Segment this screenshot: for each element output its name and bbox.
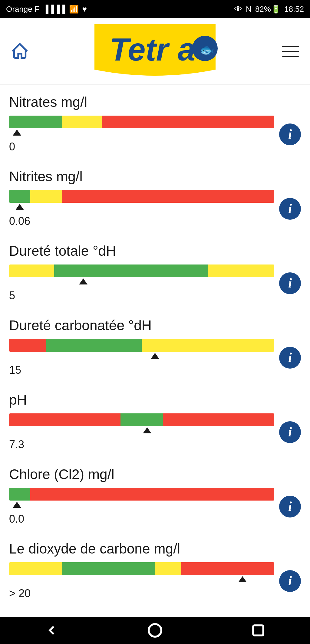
info-button-ph[interactable]: i	[279, 421, 301, 443]
param-section-nitrites: Nitrites mg/l0.06i	[9, 168, 301, 228]
bar-segment-durete-totale-0	[9, 264, 54, 277]
param-title-durete-carbonatee: Dureté carbonatée °dH	[9, 317, 301, 334]
top-nav: Tetr a 🐟	[0, 18, 310, 85]
triangle-co2	[238, 576, 247, 582]
health-icon: ♥	[82, 5, 87, 14]
param-section-durete-totale: Dureté totale °dH5i	[9, 243, 301, 302]
triangle-nitrates	[13, 130, 21, 136]
menu-button[interactable]	[280, 41, 301, 62]
param-section-durete-carbonatee: Dureté carbonatée °dH15i	[9, 317, 301, 376]
indicator-row-durete-carbonatee	[9, 352, 274, 363]
bar-segment-durete-carbonatee-2	[142, 339, 274, 352]
info-button-durete-totale[interactable]: i	[279, 272, 301, 294]
info-button-nitrites[interactable]: i	[279, 198, 301, 220]
value-label-nitrates: 0	[9, 140, 274, 153]
indicator-row-ph	[9, 426, 274, 437]
info-button-chlore[interactable]: i	[279, 496, 301, 518]
value-label-chlore: 0.0	[9, 513, 274, 525]
bar-segment-nitrites-0	[9, 190, 30, 203]
svg-text:🐟: 🐟	[200, 42, 215, 57]
square-icon	[251, 623, 266, 638]
bar-segment-nitrates-2	[102, 116, 274, 128]
bar-segment-chlore-1	[30, 488, 274, 501]
bar-segment-co2-1	[62, 562, 155, 575]
bar-segment-co2-3	[181, 562, 274, 575]
value-label-ph: 7.3	[9, 438, 274, 451]
wifi-icon: 📶	[69, 5, 79, 14]
bar-segment-ph-1	[120, 413, 163, 426]
recents-button[interactable]	[248, 620, 269, 641]
color-bar-nitrites	[9, 190, 274, 203]
carrier-name: Orange F	[6, 5, 39, 14]
param-section-ph: pH7.3i	[9, 392, 301, 451]
color-bar-co2	[9, 562, 274, 575]
back-icon	[44, 623, 59, 638]
home-nav-button[interactable]	[144, 620, 166, 641]
nfc-icon: N	[246, 5, 252, 14]
bar-segment-ph-2	[163, 413, 274, 426]
triangle-durete-totale	[79, 278, 87, 284]
bar-container-chlore: 0.0	[9, 488, 274, 525]
home-button[interactable]	[9, 41, 30, 62]
svg-point-4	[149, 624, 161, 637]
param-title-chlore: Chlore (Cl2) mg/l	[9, 466, 301, 482]
menu-line-2	[282, 51, 299, 52]
back-button[interactable]	[41, 620, 62, 641]
menu-line-3	[282, 56, 299, 57]
bar-segment-nitrates-0	[9, 116, 62, 128]
info-button-nitrates[interactable]: i	[279, 123, 301, 145]
bar-segment-durete-totale-2	[208, 264, 274, 277]
info-button-co2[interactable]: i	[279, 570, 301, 592]
eye-icon: 👁	[234, 5, 242, 14]
info-button-durete-carbonatee[interactable]: i	[279, 347, 301, 369]
bar-row-ph: 7.3i	[9, 413, 301, 451]
menu-line-1	[282, 46, 299, 47]
param-title-durete-totale: Dureté totale °dH	[9, 243, 301, 259]
param-section-co2: Le dioxyde de carbone mg/l> 20i	[9, 540, 301, 600]
bar-segment-ph-0	[9, 413, 120, 426]
bar-container-durete-carbonatee: 15	[9, 339, 274, 376]
bar-segment-durete-carbonatee-1	[46, 339, 142, 352]
status-left: Orange F ▐▐▐▐ 📶 ♥	[6, 5, 87, 14]
value-label-durete-totale: 5	[9, 289, 274, 302]
bar-segment-nitrites-2	[62, 190, 274, 203]
param-section-nitrates: Nitrates mg/l0i	[9, 94, 301, 153]
color-bar-chlore	[9, 488, 274, 501]
status-bar: Orange F ▐▐▐▐ 📶 ♥ 👁 N 82%🔋 18:52	[0, 0, 310, 18]
bar-row-co2: > 20i	[9, 562, 301, 600]
triangle-durete-carbonatee	[151, 353, 159, 359]
content-area: Nitrates mg/l0iNitrites mg/l0.06iDureté …	[0, 85, 310, 624]
triangle-chlore	[13, 502, 21, 508]
bar-segment-chlore-0	[9, 488, 30, 501]
logo-container: Tetr a 🐟	[91, 21, 219, 83]
time-display: 18:52	[284, 5, 304, 14]
bar-segment-durete-carbonatee-0	[9, 339, 46, 352]
logo-svg: Tetr a 🐟	[91, 21, 219, 82]
param-section-chlore: Chlore (Cl2) mg/l0.0i	[9, 466, 301, 525]
bar-container-nitrates: 0	[9, 116, 274, 153]
color-bar-durete-carbonatee	[9, 339, 274, 352]
param-title-ph: pH	[9, 392, 301, 408]
bar-row-durete-carbonatee: 15i	[9, 339, 301, 376]
bar-row-chlore: 0.0i	[9, 488, 301, 525]
bar-row-nitrites: 0.06i	[9, 190, 301, 228]
param-title-nitrites: Nitrites mg/l	[9, 168, 301, 185]
bar-container-nitrites: 0.06	[9, 190, 274, 228]
status-right: 👁 N 82%🔋 18:52	[234, 5, 304, 14]
bar-row-durete-totale: 5i	[9, 264, 301, 302]
triangle-ph	[143, 427, 151, 433]
circle-icon	[147, 623, 163, 638]
bar-container-co2: > 20	[9, 562, 274, 600]
indicator-row-chlore	[9, 501, 274, 511]
bar-container-durete-totale: 5	[9, 264, 274, 302]
bar-segment-co2-2	[155, 562, 182, 575]
triangle-nitrites	[15, 204, 24, 210]
bar-segment-co2-0	[9, 562, 62, 575]
bar-row-nitrates: 0i	[9, 116, 301, 153]
color-bar-durete-totale	[9, 264, 274, 277]
value-label-co2: > 20	[9, 587, 274, 600]
param-title-nitrates: Nitrates mg/l	[9, 94, 301, 110]
color-bar-nitrates	[9, 116, 274, 128]
bar-segment-nitrates-1	[62, 116, 102, 128]
color-bar-ph	[9, 413, 274, 426]
